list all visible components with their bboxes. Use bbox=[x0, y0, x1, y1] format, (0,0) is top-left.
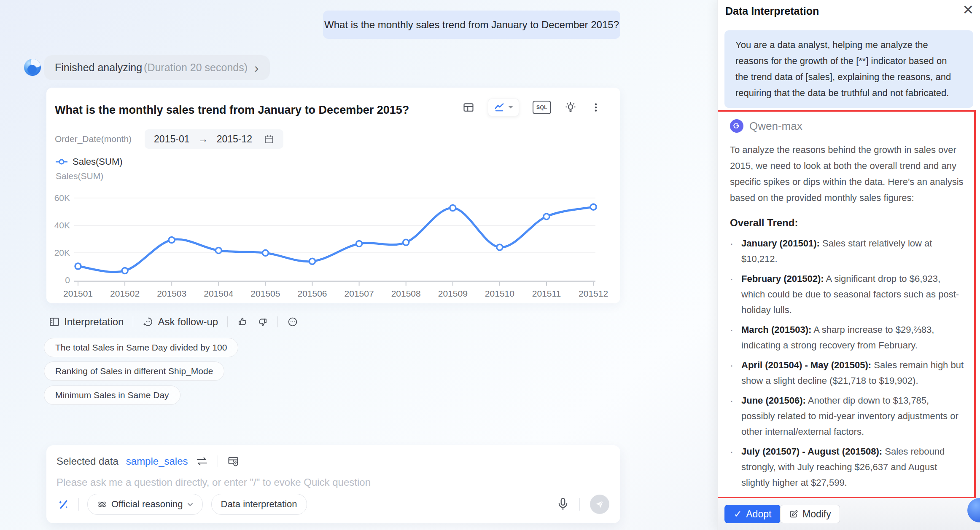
x-axis-label: 201501 bbox=[63, 289, 93, 298]
thumbs-down-icon bbox=[257, 316, 268, 327]
suggestion-chip[interactable]: Ranking of Sales in different Ship_Mode bbox=[44, 361, 224, 381]
data-point[interactable] bbox=[497, 244, 503, 250]
date-range-picker[interactable]: 2015-01 → 2015-12 bbox=[145, 129, 283, 149]
interpretation-label: Interpretation bbox=[64, 316, 124, 328]
sql-icon[interactable]: SQL bbox=[533, 101, 551, 114]
suggestion-chip[interactable]: Minimum Sales in Same Day bbox=[44, 385, 180, 405]
magic-wand-icon[interactable] bbox=[57, 498, 70, 511]
y-axis-tick-label: 20K bbox=[54, 248, 70, 257]
table-view-icon[interactable] bbox=[463, 102, 474, 113]
y-axis-tick-label: 40K bbox=[54, 220, 70, 230]
ask-follow-up-button[interactable]: Ask follow-up bbox=[143, 316, 218, 328]
microphone-icon[interactable] bbox=[557, 497, 569, 511]
status-label: Finished analyzing bbox=[55, 62, 142, 74]
analysis-bullet: ·March (201503): A sharp increase to $29… bbox=[730, 322, 965, 353]
data-point[interactable] bbox=[262, 250, 268, 256]
atom-icon bbox=[97, 499, 107, 509]
legend-marker-icon bbox=[55, 158, 68, 165]
bullet-text: July (201507) - August (201508): Sales r… bbox=[741, 444, 965, 490]
panel-title: Data Interpretation bbox=[725, 5, 819, 17]
ask-follow-up-label: Ask follow-up bbox=[158, 316, 218, 328]
y-axis-tick-label: 0 bbox=[65, 275, 70, 285]
interpretation-icon bbox=[49, 316, 60, 327]
bullet-dot: · bbox=[730, 236, 741, 267]
qwen-logo-icon bbox=[730, 119, 743, 133]
chart-toolbar: SQL bbox=[463, 99, 602, 116]
close-icon[interactable]: × bbox=[963, 1, 973, 19]
status-duration: (Duration 20 seconds) bbox=[144, 62, 248, 74]
chat-bubble-icon bbox=[143, 316, 153, 327]
chat-area: What is the monthly sales trend from Jan… bbox=[0, 0, 718, 530]
section-heading: Overall Trend: bbox=[730, 217, 965, 229]
data-point[interactable] bbox=[75, 263, 81, 269]
more-menu-icon[interactable] bbox=[590, 102, 602, 113]
chevron-down-icon bbox=[187, 503, 193, 506]
bullet-text: April (201504) - May (201505): Sales rem… bbox=[741, 357, 965, 388]
legend-label: Sales(SUM) bbox=[73, 156, 123, 167]
data-details-icon[interactable] bbox=[227, 455, 239, 467]
sales-line-chart[interactable]: 020K40K60K201501201502201503201504201505… bbox=[46, 181, 620, 303]
assistant-avatar bbox=[24, 59, 41, 76]
analysis-bullet: ·February (201502): A significant drop t… bbox=[730, 271, 965, 318]
x-axis-label: 201510 bbox=[485, 289, 514, 298]
analysis-status-pill[interactable]: Finished analyzing (Duration 20 seconds)… bbox=[44, 55, 270, 80]
suggestion-chip[interactable]: The total Sales in Same Day divided by 1… bbox=[44, 338, 238, 357]
swap-dataset-icon[interactable] bbox=[196, 456, 208, 467]
bullet-dot: · bbox=[730, 357, 741, 388]
chart-legend[interactable]: Sales(SUM) bbox=[55, 156, 123, 167]
bullet-text: February (201502): A significant drop to… bbox=[741, 271, 965, 318]
data-point[interactable] bbox=[403, 239, 409, 245]
adopt-button[interactable]: ✓ Adopt bbox=[724, 505, 781, 523]
composer-tools: Official reasoning Data interpretation bbox=[57, 494, 307, 515]
data-interpretation-button[interactable]: Data interpretation bbox=[211, 494, 307, 515]
chart-type-selector[interactable] bbox=[488, 99, 519, 116]
user-question-text: What is the monthly sales trend from Jan… bbox=[324, 19, 619, 31]
analysis-bullet: ·June (201506): Another dip down to $13,… bbox=[730, 393, 965, 439]
bullet-text: March (201503): A sharp increase to $29,… bbox=[741, 322, 965, 353]
analysis-highlight-box: Qwen-max To analyze the reasons behind t… bbox=[717, 110, 976, 498]
date-end: 2015-12 bbox=[217, 134, 252, 145]
check-icon: ✓ bbox=[734, 509, 742, 520]
thumbs-up-icon bbox=[237, 316, 248, 327]
divider bbox=[133, 316, 133, 327]
question-input[interactable]: Please ask me a question directly, or en… bbox=[57, 476, 371, 488]
date-start: 2015-01 bbox=[154, 134, 189, 145]
calendar-icon bbox=[264, 134, 274, 144]
data-point[interactable] bbox=[169, 237, 175, 243]
modify-button[interactable]: Modify bbox=[780, 505, 840, 523]
data-point[interactable] bbox=[544, 214, 549, 219]
data-point[interactable] bbox=[356, 241, 362, 246]
x-axis-label: 201508 bbox=[391, 289, 421, 298]
data-point[interactable] bbox=[590, 204, 596, 210]
y-axis-tick-label: 60K bbox=[54, 193, 70, 203]
divider bbox=[277, 316, 278, 327]
data-point[interactable] bbox=[450, 205, 456, 211]
data-point[interactable] bbox=[122, 268, 128, 274]
chart-card-title: What is the monthly sales trend from Jan… bbox=[55, 104, 409, 117]
x-axis-label: 201502 bbox=[110, 289, 140, 298]
feedback-emoji-button[interactable] bbox=[287, 316, 298, 327]
line-chart-icon bbox=[494, 102, 505, 113]
send-button[interactable] bbox=[590, 495, 609, 514]
bullet-text: January (201501): Sales start relatively… bbox=[741, 236, 965, 267]
thumbs-up-button[interactable] bbox=[237, 316, 248, 327]
date-filter-row: Order_Date(month) 2015-01 → 2015-12 bbox=[55, 129, 283, 149]
analysis-bullets: ·January (201501): Sales start relativel… bbox=[730, 236, 965, 498]
bullet-dot: · bbox=[730, 271, 741, 318]
x-axis-label: 201512 bbox=[579, 289, 608, 298]
thumbs-down-button[interactable] bbox=[257, 316, 268, 327]
x-axis-label: 201503 bbox=[157, 289, 186, 298]
data-point[interactable] bbox=[310, 258, 315, 264]
official-reasoning-dropdown[interactable]: Official reasoning bbox=[87, 494, 203, 515]
x-axis-label: 201511 bbox=[532, 289, 561, 298]
prompt-box: You are a data analyst, helping me analy… bbox=[724, 30, 973, 108]
data-point[interactable] bbox=[215, 247, 221, 253]
insight-bulb-icon[interactable] bbox=[565, 102, 576, 113]
dataset-link[interactable]: sample_sales bbox=[126, 455, 188, 467]
chart-card: What is the monthly sales trend from Jan… bbox=[46, 88, 620, 303]
analysis-intro: To analyze the reasons behind the growth… bbox=[730, 142, 966, 206]
bullet-dot: · bbox=[730, 444, 741, 490]
modify-label: Modify bbox=[802, 509, 831, 520]
model-name: Qwen-max bbox=[749, 120, 802, 133]
interpretation-button[interactable]: Interpretation bbox=[49, 316, 124, 328]
